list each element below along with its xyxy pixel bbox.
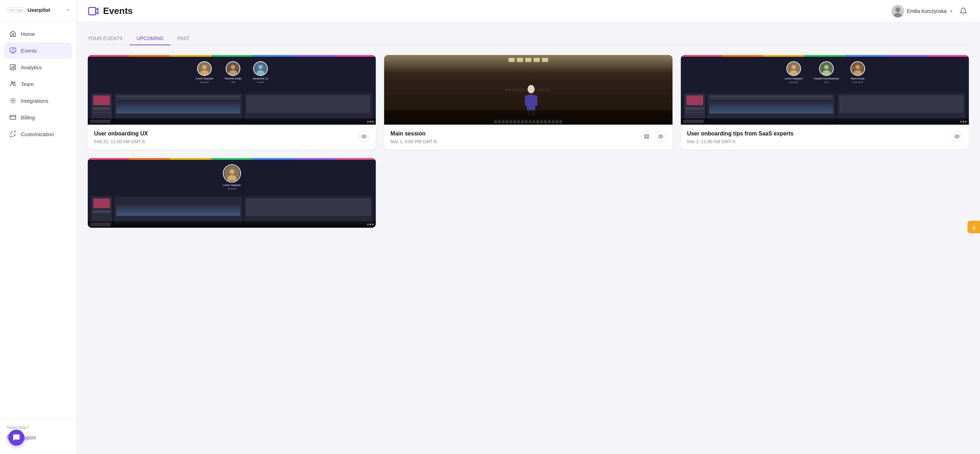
- speakers-row-3: Lusine Sargsyan @serpilot Karapet Oyumjb…: [681, 61, 969, 83]
- audience-head: [548, 120, 550, 123]
- floating-btn-label: A↑: [971, 224, 977, 230]
- view-btn-3[interactable]: [951, 131, 963, 142]
- svg-rect-34: [647, 137, 649, 138]
- svg-point-7: [12, 100, 13, 101]
- audience-head: [533, 120, 535, 123]
- audience-head: [536, 120, 539, 123]
- audience-head: [502, 120, 504, 123]
- speakers-row-4: Lusine Sargsyan @serpilot: [88, 164, 376, 190]
- card-actions-1: [358, 131, 369, 142]
- event-card-3[interactable]: Lusine Sargsyan @serpilot Karapet Oyumjb…: [681, 55, 969, 150]
- event-date-1: Feb 22, 11:00 AM GMT-5: [94, 139, 148, 144]
- svg-rect-3: [13, 67, 13, 69]
- view-btn-2[interactable]: [655, 131, 666, 142]
- audience-head: [521, 120, 524, 123]
- tab-upcoming[interactable]: UPCOMING: [130, 32, 170, 45]
- header-right: Emilia Korczynska ▾: [891, 5, 969, 17]
- svg-point-13: [896, 7, 900, 12]
- speakers-row: Lusine Sargsyan @serpilot Ramona Sartipi…: [88, 61, 376, 83]
- speaker-avatar-3-2: [819, 61, 834, 76]
- chat-bubble[interactable]: [8, 430, 24, 446]
- audience-head: [498, 120, 501, 123]
- analytics-icon: [9, 63, 17, 71]
- floating-action-btn[interactable]: A↑: [967, 221, 980, 233]
- tab-past[interactable]: PAST: [170, 32, 197, 45]
- sidebar-item-label-home: Home: [21, 31, 35, 37]
- sidebar-item-events[interactable]: Events: [4, 43, 72, 59]
- userpilot-logo-3: [683, 120, 704, 123]
- speaker-3: Jacqueline Liu ecobee: [253, 61, 268, 83]
- sidebar-item-analytics[interactable]: Analytics: [4, 59, 72, 75]
- ceiling-lights: [384, 55, 672, 72]
- nav-menu: Home Events Analytics Team: [0, 26, 76, 419]
- svg-rect-28: [534, 95, 537, 106]
- header-title-area: Events: [88, 6, 133, 17]
- speaker-avatar-3-3: [850, 61, 865, 76]
- event-card-2-text: Main session Mar 1, 4:00 PM GMT-8: [390, 130, 436, 144]
- audience-row: [384, 111, 672, 125]
- event-card-3-text: User onboarding tips from SaaS experts M…: [687, 130, 794, 144]
- audience-head: [506, 120, 509, 123]
- grid-btn-2[interactable]: [641, 131, 652, 142]
- logo-chevron-icon: ▾: [67, 8, 69, 13]
- speaker-tag-3-2: krisp: [824, 81, 829, 83]
- svg-point-24: [363, 136, 364, 137]
- event-card-1[interactable]: Lusine Sargsyan @serpilot Ramona Sartipi…: [88, 55, 376, 150]
- sidebar-item-home[interactable]: Home: [4, 26, 72, 42]
- speaker-name-4-1: Lusine Sargsyan: [223, 184, 241, 186]
- up-dots-4: [367, 224, 374, 225]
- audience-head: [525, 120, 528, 123]
- speaker-tag-1: @serpilot: [200, 81, 208, 83]
- user-menu[interactable]: Emilia Korczynska ▾: [891, 5, 952, 17]
- sidebar-item-label-billing: Billing: [21, 114, 35, 121]
- userpilot-bar-1: [88, 118, 376, 125]
- svg-rect-2: [11, 68, 12, 69]
- event-card-1-info: User onboarding UX Feb 22, 11:00 AM GMT-…: [88, 125, 376, 150]
- ui-mockup-3: [684, 93, 966, 121]
- speaker-tag-3-3: ProductLed.: [852, 81, 863, 83]
- light-panel: [533, 58, 540, 62]
- svg-rect-11: [89, 7, 96, 14]
- audience-head: [494, 120, 497, 123]
- event-card-3-image: Lusine Sargsyan @serpilot Karapet Oyumjb…: [681, 55, 969, 125]
- speaker-name-3: Jacqueline Liu: [253, 77, 268, 80]
- sidebar-item-team[interactable]: Team: [4, 76, 72, 92]
- notification-bell[interactable]: [958, 6, 969, 17]
- svg-rect-33: [644, 137, 646, 138]
- color-bar-4: [88, 158, 376, 160]
- event-card-4[interactable]: Lusine Sargsyan @serpilot: [88, 158, 376, 228]
- audience-head: [555, 120, 558, 123]
- speaker-tag-3: ecobee: [257, 81, 264, 83]
- tab-your-events[interactable]: YOUR EVENTS: [88, 32, 130, 45]
- userpilot-bar-3: [681, 118, 969, 125]
- app-name: Userpilot: [27, 7, 50, 13]
- event-card-4-image: Lusine Sargsyan @serpilot: [88, 158, 376, 228]
- audience-head: [529, 120, 531, 123]
- sidebar-logo[interactable]: Your Logo Userpilot ▾: [0, 7, 76, 22]
- content-area: YOUR EVENTS UPCOMING PAST: [76, 22, 980, 454]
- integrations-icon: [9, 97, 17, 105]
- color-bar: [88, 55, 376, 57]
- speaker-3-3: Mario Araujo ProductLed.: [850, 61, 865, 83]
- event-card-1-text: User onboarding UX Feb 22, 11:00 AM GMT-…: [94, 130, 148, 144]
- event-card-2[interactable]: PRODUCT SCHOOL: [384, 55, 672, 150]
- event-card-3-info: User onboarding tips from SaaS experts M…: [681, 125, 969, 150]
- user-chevron-icon: ▾: [950, 9, 952, 14]
- speaker-tag-2: IBM: [231, 81, 235, 83]
- sidebar-item-customization[interactable]: Customization: [4, 126, 72, 142]
- speaker-1: Lusine Sargsyan @serpilot: [196, 61, 213, 83]
- svg-rect-8: [10, 115, 16, 119]
- svg-point-25: [528, 85, 535, 93]
- svg-point-5: [11, 81, 13, 83]
- light-row: [509, 58, 548, 62]
- event-date-3: Mar 2, 11:00 AM GMT-5: [687, 139, 794, 144]
- sidebar-item-label-team: Team: [21, 81, 34, 87]
- svg-point-40: [824, 65, 829, 69]
- sidebar-item-billing[interactable]: Billing: [4, 110, 72, 125]
- sidebar-item-integrations[interactable]: Integrations: [4, 93, 72, 109]
- view-btn-1[interactable]: [358, 131, 369, 142]
- audience-head: [544, 120, 547, 123]
- speaker-name-3-1: Lusine Sargsyan: [784, 77, 803, 80]
- speaker-name-1: Lusine Sargsyan: [196, 77, 213, 80]
- billing-icon: [9, 113, 17, 121]
